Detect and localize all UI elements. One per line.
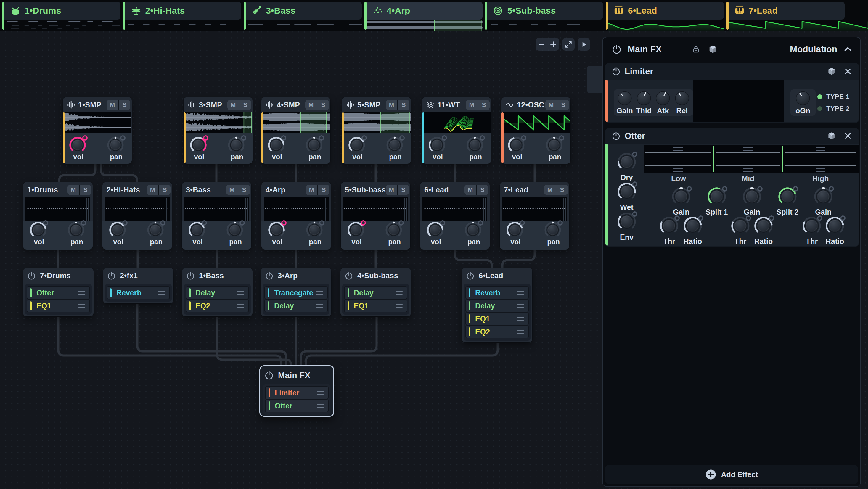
source-module-12-OSC[interactable]: 12•OSCMSvolpan — [501, 97, 570, 164]
solo-button[interactable]: S — [80, 185, 91, 195]
sample-display[interactable] — [424, 113, 491, 132]
close-icon[interactable] — [844, 131, 852, 140]
source-module-5-SMP[interactable]: 5•SMPMSvolpan — [342, 97, 411, 164]
fx-module-4-Sub-bass[interactable]: 4•Sub-bassDelayEQ1 — [340, 268, 411, 316]
fx-module-1-Bass[interactable]: 1•BassDelayEQ2 — [182, 268, 252, 316]
source-module-4-SMP[interactable]: 4•SMPMSvolpan — [261, 97, 330, 164]
zoom-out-button[interactable] — [535, 38, 547, 51]
vol-knob[interactable] — [344, 219, 369, 240]
mixer-module-5-Sub-bass[interactable]: 5•Sub-bassMSvolpan — [341, 182, 410, 249]
waveform-display[interactable] — [424, 113, 491, 132]
cube-icon[interactable] — [827, 67, 836, 76]
zoom-in-button[interactable] — [547, 38, 559, 51]
effect-item-eq2[interactable]: EQ2 — [466, 326, 528, 338]
ogn-knob[interactable] — [794, 90, 811, 107]
solo-button[interactable]: S — [159, 185, 170, 195]
effect-item-delay[interactable]: Delay — [265, 300, 327, 312]
pan-knob[interactable] — [383, 134, 408, 154]
play-button[interactable] — [578, 38, 590, 51]
waveform-display[interactable] — [64, 113, 131, 132]
pan-knob[interactable] — [302, 134, 328, 154]
track-tab-6[interactable]: 6•Lead — [606, 0, 724, 31]
vol-knob[interactable] — [504, 134, 530, 154]
solo-button[interactable]: S — [119, 100, 130, 110]
drag-handle-icon[interactable] — [237, 291, 244, 295]
mute-button[interactable]: M — [106, 100, 118, 110]
drag-handle-icon[interactable] — [316, 291, 323, 295]
fx-module-2-fx1[interactable]: 2•fx1Reverb — [103, 268, 174, 303]
pan-knob[interactable] — [303, 219, 328, 240]
pan-knob[interactable] — [224, 134, 250, 154]
track-tab-3[interactable]: 3•Bass — [244, 0, 362, 31]
power-icon[interactable] — [466, 271, 474, 280]
atk-knob[interactable] — [654, 90, 672, 107]
fit-view-button[interactable] — [562, 38, 575, 51]
drag-handle-icon[interactable] — [317, 404, 324, 407]
effect-item-otter[interactable]: Otter — [266, 400, 328, 412]
type-option-1[interactable]: TYPE 1 — [817, 93, 850, 101]
vol-knob[interactable] — [187, 134, 212, 154]
drag-handle-icon[interactable] — [316, 304, 323, 308]
vol-knob[interactable] — [423, 219, 449, 240]
power-icon[interactable] — [612, 67, 621, 76]
mute-button[interactable]: M — [147, 185, 158, 195]
effect-item-delay[interactable]: Delay — [466, 300, 528, 312]
mixer-module-1-Drums[interactable]: 1•DrumsMSvolpan — [23, 182, 93, 249]
add-effect-button[interactable]: Add Effect — [705, 469, 758, 480]
track-tab-4[interactable]: 4•Arp — [365, 0, 483, 31]
solo-button[interactable]: S — [398, 185, 409, 195]
cube-icon[interactable] — [708, 44, 718, 54]
solo-button[interactable]: S — [317, 100, 329, 110]
power-icon[interactable] — [265, 371, 274, 380]
gain-knob[interactable] — [616, 90, 633, 107]
pan-knob[interactable] — [382, 219, 407, 240]
power-icon[interactable] — [345, 271, 353, 280]
main-fx-node[interactable]: Main FXLimiterOtter — [259, 365, 334, 417]
vol-knob[interactable] — [265, 219, 290, 240]
sample-display[interactable] — [185, 113, 252, 132]
power-icon[interactable] — [612, 131, 621, 140]
track-tab-2[interactable]: 2•Hi-Hats — [123, 0, 241, 31]
close-icon[interactable] — [844, 67, 852, 76]
waveform-display[interactable] — [263, 113, 330, 132]
pan-knob[interactable] — [144, 219, 169, 240]
waveform-display[interactable] — [185, 113, 252, 132]
effect-item-eq1[interactable]: EQ1 — [345, 300, 407, 312]
drag-handle-icon[interactable] — [517, 304, 524, 308]
track-tab-1[interactable]: 1•Drums — [2, 0, 121, 31]
cube-icon[interactable] — [827, 131, 836, 140]
mute-button[interactable]: M — [466, 100, 477, 110]
drag-handle-icon[interactable] — [517, 317, 524, 320]
mixer-module-7-Lead[interactable]: 7•LeadMSvolpan — [500, 182, 569, 249]
source-module-3-SMP[interactable]: 3•SMPMSvolpan — [184, 97, 252, 164]
waveform-display[interactable] — [343, 113, 411, 132]
mute-button[interactable]: M — [67, 185, 79, 195]
pan-knob[interactable] — [463, 134, 489, 154]
drag-handle-icon[interactable] — [396, 291, 403, 295]
drag-handle-icon[interactable] — [78, 291, 85, 295]
vol-knob[interactable] — [185, 219, 211, 240]
fx-module-6-Lead[interactable]: 6•LeadReverbDelayEQ1EQ2 — [462, 268, 532, 342]
solo-button[interactable]: S — [398, 100, 409, 110]
vol-knob[interactable] — [26, 219, 52, 240]
mute-button[interactable]: M — [305, 100, 317, 110]
source-module-11-WT[interactable]: 11•WTMSvolpan — [422, 97, 491, 164]
mute-button[interactable]: M — [306, 185, 317, 195]
solo-button[interactable]: S — [477, 185, 488, 195]
vol-knob[interactable] — [265, 134, 290, 154]
solo-button[interactable]: S — [240, 100, 251, 110]
pan-knob[interactable] — [541, 219, 566, 240]
power-icon[interactable] — [612, 44, 622, 54]
sample-display[interactable] — [343, 113, 411, 132]
solo-button[interactable]: S — [238, 185, 250, 195]
sample-display[interactable] — [503, 113, 570, 132]
rel-knob[interactable] — [674, 90, 691, 107]
effect-item-eq2[interactable]: EQ2 — [186, 300, 248, 312]
waveform-display[interactable] — [503, 113, 570, 132]
mute-button[interactable]: M — [227, 100, 239, 110]
mute-button[interactable]: M — [464, 185, 476, 195]
mute-button[interactable]: M — [545, 100, 557, 110]
fx-module-7-Drums[interactable]: 7•DrumsOtterEQ1 — [23, 268, 94, 316]
effect-item-delay[interactable]: Delay — [345, 287, 407, 299]
lock-icon[interactable] — [691, 45, 701, 54]
